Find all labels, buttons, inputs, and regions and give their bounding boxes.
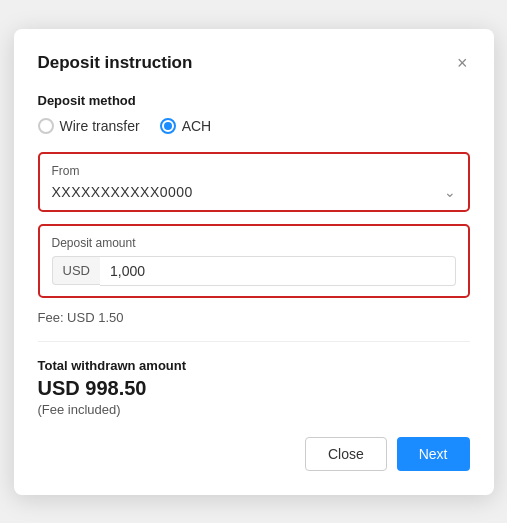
close-icon-button[interactable]: × [455,54,470,72]
radio-label-ach: ACH [182,118,212,134]
modal-footer: Close Next [38,437,470,471]
radio-label-wire: Wire transfer [60,118,140,134]
fee-text: Fee: USD 1.50 [38,310,470,325]
amount-field-group: Deposit amount USD [38,224,470,298]
close-button[interactable]: Close [305,437,387,471]
total-amount: USD 998.50 [38,377,470,400]
from-dropdown-value: XXXXXXXXXXX0000 [52,184,193,200]
close-icon: × [457,53,468,73]
fee-included-note: (Fee included) [38,402,470,417]
from-field-group: From XXXXXXXXXXX0000 ⌄ [38,152,470,212]
radio-option-wire[interactable]: Wire transfer [38,118,140,134]
radio-circle-ach [160,118,176,134]
modal-title: Deposit instruction [38,53,193,73]
radio-option-ach[interactable]: ACH [160,118,212,134]
deposit-instruction-modal: Deposit instruction × Deposit method Wir… [14,29,494,495]
radio-group: Wire transfer ACH [38,118,470,134]
divider [38,341,470,342]
total-label: Total withdrawn amount [38,358,470,373]
radio-circle-wire [38,118,54,134]
from-field-label: From [52,164,456,178]
modal-header: Deposit instruction × [38,53,470,73]
amount-input[interactable] [100,256,456,286]
chevron-down-icon: ⌄ [444,184,456,200]
next-button[interactable]: Next [397,437,470,471]
from-dropdown-row[interactable]: XXXXXXXXXXX0000 ⌄ [52,184,456,200]
modal-overlay: Deposit instruction × Deposit method Wir… [0,0,507,523]
deposit-method-label: Deposit method [38,93,470,108]
amount-row: USD [52,256,456,286]
amount-field-label: Deposit amount [52,236,456,250]
currency-label: USD [52,256,100,285]
